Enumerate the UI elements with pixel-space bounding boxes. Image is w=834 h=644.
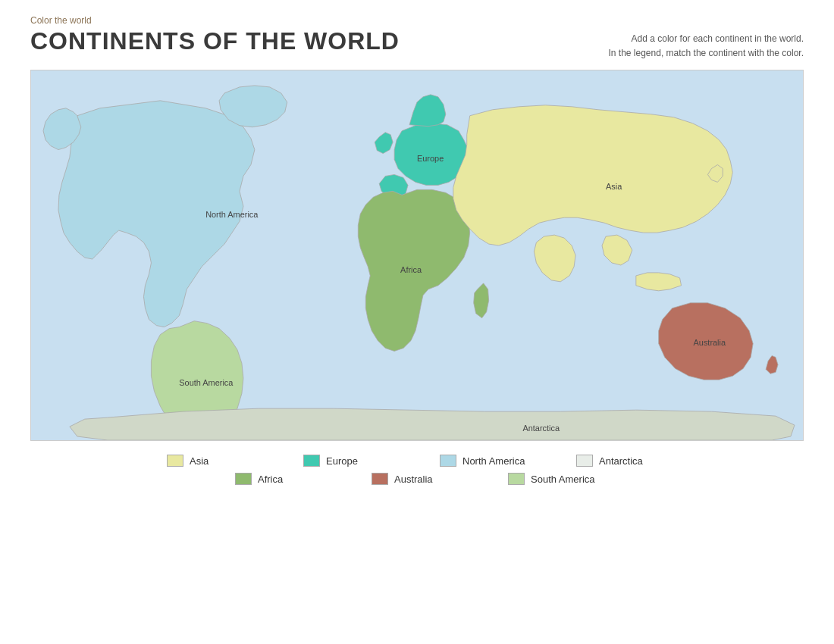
subtitle: Color the world [30,15,804,26]
antarctica-shape [70,409,795,441]
africa-label: Africa [400,265,422,274]
legend-item-europe: Europe [303,455,394,467]
legend: Asia Europe North America Antarctica Afr… [30,455,804,485]
australia-legend-label: Australia [394,474,433,485]
antarctica-label: Antarctica [522,424,560,433]
asia-label: Asia [606,183,622,192]
legend-row-2: Africa Australia South America [30,473,804,485]
south-america-label: South America [179,379,234,388]
africa-swatch [235,473,252,485]
legend-item-africa: Africa [235,473,326,485]
south-america-swatch [508,473,525,485]
europe-label: Europe [417,154,444,163]
legend-item-south-america: South America [508,473,599,485]
antarctica-legend-label: Antarctica [599,455,643,467]
africa-legend-label: Africa [258,474,283,485]
asia-legend-label: Asia [190,455,208,467]
australia-swatch [372,473,388,485]
legend-item-australia: Australia [372,473,462,485]
north-america-label: North America [205,211,259,220]
main-title: CONTINENTS OF THE WORLD [30,27,400,55]
asia-swatch [167,455,183,467]
title-row: CONTINENTS OF THE WORLD Add a color for … [30,27,804,61]
antarctica-swatch [576,455,593,467]
europe-swatch [303,455,320,467]
europe-legend-label: Europe [326,455,358,467]
map-svg: North America South America Europe [31,70,803,440]
legend-item-north-america: North America [440,455,531,467]
header: Color the world CONTINENTS OF THE WORLD … [30,15,804,61]
legend-item-antarctica: Antarctica [576,455,667,467]
north-america-swatch [440,455,456,467]
legend-row-1: Asia Europe North America Antarctica [30,455,804,467]
australia-label: Australia [694,339,726,348]
world-map: North America South America Europe [30,70,804,441]
legend-item-asia: Asia [167,455,258,467]
instructions: Add a color for each continent in the wo… [609,27,804,61]
north-america-legend-label: North America [462,455,525,467]
page-container: Color the world CONTINENTS OF THE WORLD … [0,0,834,644]
south-america-legend-label: South America [531,474,595,485]
